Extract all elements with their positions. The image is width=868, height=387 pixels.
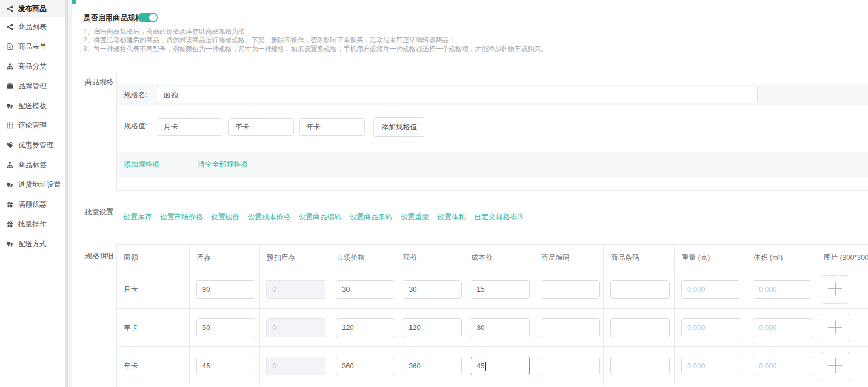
- batch-link-自定义规格排序[interactable]: 自定义规格排序: [474, 212, 524, 222]
- sidebar-item-优惠券管理[interactable]: 优惠券管理: [0, 135, 65, 155]
- market-price-input[interactable]: [336, 280, 395, 299]
- batch-link-设置现价[interactable]: 设置现价: [211, 212, 239, 222]
- spec-value-input[interactable]: [299, 118, 365, 136]
- current-price-input[interactable]: [403, 318, 462, 337]
- batch-link-设置成本价格[interactable]: 设置成本价格: [248, 212, 290, 222]
- column-header: 成本价: [464, 245, 534, 270]
- stock-input[interactable]: [196, 280, 255, 299]
- spec-row-name: 月卡: [117, 270, 190, 308]
- current-price-input[interactable]: [403, 280, 462, 299]
- sidebar-item-退货地址设置[interactable]: 退货地址设置: [0, 175, 65, 195]
- sidebar-gutter[interactable]: [65, 0, 72, 387]
- sidebar-item-商品分类[interactable]: 商品分类: [0, 56, 65, 76]
- product-code-input[interactable]: [541, 357, 600, 375]
- product-code-input[interactable]: [541, 318, 600, 337]
- column-header: 图片 (300*300): [816, 245, 868, 270]
- barcode-input[interactable]: [610, 280, 670, 299]
- product-code-input[interactable]: [541, 280, 600, 299]
- weight-input[interactable]: [681, 318, 740, 337]
- market-price-input[interactable]: [336, 357, 395, 375]
- spec-notes: 1、启用商品规格后，商品的价格及库存以商品规格为准2、拼团活动创建后的商品，请勿…: [83, 27, 547, 53]
- weight-input[interactable]: [681, 280, 740, 299]
- current-price-input[interactable]: [403, 357, 462, 375]
- gift-icon: [7, 201, 14, 208]
- sidebar-item-评论管理[interactable]: 评论管理: [0, 116, 65, 135]
- sidebar-item-配送模板[interactable]: 配送模板: [0, 96, 65, 116]
- stock-input[interactable]: [196, 318, 255, 337]
- spec-name-row: 规格名:: [117, 84, 868, 105]
- batch-links: 设置库存设置市场价格设置现价设置成本价格设置商品编码设置商品条码设置重量设置体积…: [123, 212, 524, 222]
- sidebar-item-label: 品牌管理: [18, 81, 47, 91]
- spec-row-name: 年卡: [117, 347, 190, 385]
- truck-icon: [7, 181, 14, 188]
- image-upload-box[interactable]: [821, 314, 849, 342]
- column-header: 库存: [190, 245, 260, 270]
- sidebar: 发布商品商品列表商品表单商品分类品牌管理配送模板评论管理优惠券管理商品标签退货地…: [0, 0, 65, 387]
- batch-link-设置商品条码[interactable]: 设置商品条码: [350, 212, 392, 222]
- cost-price-input[interactable]: [471, 357, 530, 375]
- batch-link-设置体积[interactable]: 设置体积: [437, 212, 466, 222]
- sidebar-item-配送方式[interactable]: 配送方式: [0, 234, 65, 254]
- spec-toggle-label: 是否启用商品规格:: [83, 13, 145, 23]
- volume-input[interactable]: [753, 357, 812, 375]
- sidebar-item-商品标签[interactable]: 商品标签: [0, 155, 65, 175]
- barcode-input[interactable]: [610, 357, 670, 375]
- spec-section-label: 商品规格: [85, 77, 113, 87]
- column-header: 预扣库存: [260, 245, 329, 270]
- sidebar-item-label: 商品表单: [18, 42, 47, 52]
- sidebar-item-商品表单[interactable]: 商品表单: [0, 37, 65, 56]
- column-header: 现价: [396, 245, 464, 270]
- volume-input[interactable]: [753, 318, 812, 337]
- column-header: 重量 (克): [675, 245, 746, 270]
- batch-link-设置重量[interactable]: 设置重量: [401, 212, 429, 222]
- note-line: 3、每一种规格代表不同型号，例如颜色为一种规格，尺寸为一种规格，如果设置多规格，…: [83, 44, 547, 53]
- truck-icon: [7, 241, 14, 247]
- sidebar-item-label: 配送方式: [18, 239, 47, 249]
- spec-links-row: 添加规格项 清空全部规格项: [117, 152, 868, 177]
- market-price-input[interactable]: [336, 318, 395, 337]
- image-upload-box[interactable]: [821, 352, 849, 380]
- batch-link-设置商品编码[interactable]: 设置商品编码: [299, 212, 341, 222]
- spec-name-input[interactable]: [157, 87, 758, 103]
- sidebar-item-label: 商品分类: [18, 61, 47, 71]
- note-line: 1、启用商品规格后，商品的价格及库存以商品规格为准: [83, 27, 547, 36]
- batch-link-设置库存[interactable]: 设置库存: [123, 212, 152, 222]
- add-spec-value-button[interactable]: 添加规格值: [373, 117, 425, 137]
- sidebar-item-满额优惠[interactable]: 满额优惠: [0, 195, 65, 214]
- detail-section-label: 规格明细: [85, 251, 113, 261]
- spec-toggle[interactable]: [138, 13, 158, 22]
- file-icon: [7, 43, 14, 50]
- barcode-input[interactable]: [610, 318, 670, 337]
- cost-price-input[interactable]: [471, 280, 530, 299]
- sidebar-item-label: 配送模板: [18, 101, 47, 111]
- batch-link-设置市场价格[interactable]: 设置市场价格: [160, 212, 203, 222]
- spec-name-label: 规格名:: [124, 84, 147, 105]
- spec-value-input[interactable]: [228, 118, 294, 136]
- sidebar-item-发布商品[interactable]: 发布商品: [0, 0, 65, 17]
- table-row-季卡: 季卡: [117, 309, 868, 347]
- add-spec-item-link[interactable]: 添加规格项: [124, 160, 159, 169]
- volume-input[interactable]: [753, 280, 812, 299]
- sitemap-icon: [7, 63, 14, 70]
- text-caret: [485, 362, 486, 371]
- sidebar-item-label: 满额优惠: [18, 200, 47, 209]
- spec-detail-table: 面额库存预扣库存市场价格现价成本价商品编码商品条码重量 (克)体积 (m³)图片…: [116, 244, 868, 387]
- sidebar-item-批量操作[interactable]: 批量操作: [0, 214, 65, 234]
- reserved-stock-input: [266, 357, 326, 375]
- weight-input[interactable]: [681, 357, 740, 375]
- sidebar-item-label: 优惠券管理: [18, 140, 54, 150]
- image-upload-box[interactable]: [821, 275, 849, 304]
- column-header: 市场价格: [329, 245, 396, 270]
- sidebar-item-label: 发布商品: [18, 4, 47, 14]
- spec-value-input[interactable]: [157, 118, 222, 136]
- table-row-年卡: 年卡: [117, 347, 868, 385]
- toggle-knob: [149, 14, 157, 21]
- batch-section-label: 批量设置: [85, 207, 113, 217]
- stock-input[interactable]: [196, 357, 255, 375]
- spec-value-label: 规格值:: [124, 117, 147, 135]
- cost-price-input[interactable]: [471, 318, 530, 337]
- sidebar-item-商品列表[interactable]: 商品列表: [0, 17, 65, 37]
- clear-all-spec-link[interactable]: 清空全部规格项: [198, 160, 248, 169]
- sidebar-item-品牌管理[interactable]: 品牌管理: [0, 76, 65, 96]
- note-line: 2、拼团活动创建后的商品，请勿对该商品进行修改规格、下架、删除等操作，否则影响下…: [83, 36, 547, 44]
